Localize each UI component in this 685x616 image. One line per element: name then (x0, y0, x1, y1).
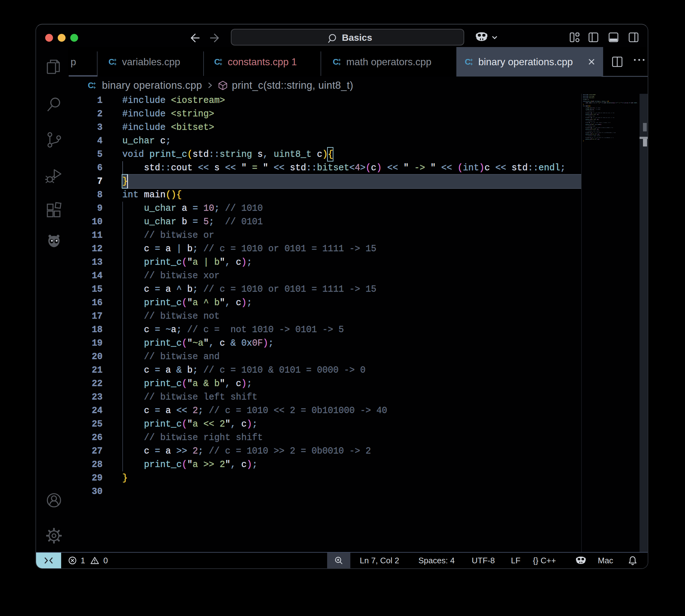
svg-text:+: + (114, 61, 117, 66)
svg-text:+: + (93, 85, 96, 90)
svg-text:+: + (338, 61, 341, 66)
svg-text:+: + (220, 61, 222, 66)
svg-text:+: + (470, 61, 473, 66)
